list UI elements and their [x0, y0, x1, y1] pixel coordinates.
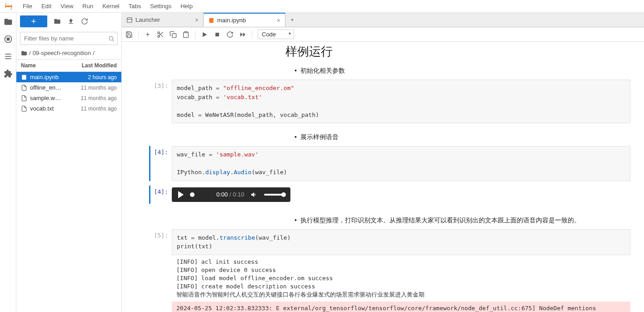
- code-cell[interactable]: txt = model.transcribe(wav_file) print(t…: [172, 229, 630, 255]
- notebook-toolbar: + Code: [122, 27, 644, 42]
- save-icon[interactable]: [125, 31, 133, 38]
- file-name: vocab.txt: [30, 105, 54, 112]
- svg-point-14: [158, 35, 160, 37]
- cell-output-error: 2024-05-25 12:02:33.832333: E external/o…: [172, 302, 630, 312]
- menu-view[interactable]: View: [56, 1, 78, 11]
- restart-run-all-icon[interactable]: [239, 31, 246, 38]
- menu-file[interactable]: File: [18, 1, 37, 11]
- prompt: [3]:: [149, 80, 172, 123]
- svg-point-7: [109, 36, 113, 40]
- svg-line-8: [113, 40, 114, 41]
- col-modified[interactable]: Last Modified: [82, 62, 117, 69]
- file-name: sample.w…: [30, 95, 61, 101]
- tab-launcher[interactable]: Launcher×: [122, 13, 204, 27]
- code-cell[interactable]: model_path = "offline_encoder.om" vocab_…: [172, 80, 630, 123]
- celltype-select[interactable]: Code: [258, 30, 294, 39]
- filter-input[interactable]: [23, 33, 108, 44]
- notebook-scroll[interactable]: 样例运行 初始化相关参数 [3]: model_path = "offline_…: [122, 42, 644, 312]
- svg-point-1: [11, 8, 12, 10]
- upload-icon[interactable]: [67, 18, 75, 25]
- restart-icon[interactable]: [226, 31, 234, 38]
- jupyter-logo: [4, 1, 14, 11]
- svg-line-17: [159, 33, 160, 35]
- file-modified: 2 hours ago: [88, 74, 117, 81]
- tab-main-ipynb[interactable]: main.ipynb×: [204, 13, 285, 27]
- prompt: [4]:: [149, 146, 172, 181]
- file-modified: 11 months ago: [81, 106, 117, 112]
- cell-output: [INFO] acl init success [INFO] open devi…: [172, 255, 630, 302]
- filter-box: [20, 32, 118, 45]
- prompt: [5]:: [149, 229, 172, 312]
- markdown-bullet: 执行模型推理，打印识别文本。从推理结果大家可以看到识别出的文本跟上面的语音内容是…: [295, 216, 630, 225]
- markdown-bullet: 展示样例语音: [295, 133, 630, 141]
- menu-tabs[interactable]: Tabs: [124, 1, 145, 11]
- breadcrumb[interactable]: / 09-speech-recognition /: [16, 47, 121, 59]
- toc-icon[interactable]: [4, 52, 13, 61]
- file-row[interactable]: offline_en…11 months ago: [16, 82, 121, 93]
- svg-marker-23: [243, 32, 245, 36]
- file-browser: + / 09-speech-recognition / Name Last Mo…: [16, 13, 122, 312]
- play-icon[interactable]: [178, 191, 184, 198]
- svg-line-16: [161, 35, 163, 37]
- file-row[interactable]: sample.w…11 months ago: [16, 93, 121, 103]
- svg-rect-12: [209, 18, 213, 23]
- insert-cell-icon[interactable]: +: [144, 31, 151, 38]
- menu-kernel[interactable]: Kernel: [98, 1, 124, 11]
- new-folder-icon[interactable]: [54, 18, 61, 25]
- tab-title: Launcher: [135, 16, 160, 23]
- paste-icon[interactable]: [182, 31, 190, 38]
- close-icon[interactable]: ×: [277, 17, 280, 24]
- svg-marker-20: [203, 32, 207, 37]
- audio-current-time: 0:00: [216, 191, 228, 198]
- cut-icon[interactable]: [157, 31, 164, 38]
- seek-thumb[interactable]: [190, 192, 195, 197]
- file-row[interactable]: vocab.txt11 months ago: [16, 103, 121, 114]
- volume-slider[interactable]: [264, 194, 284, 196]
- extensions-icon[interactable]: [4, 69, 13, 78]
- run-icon[interactable]: [201, 31, 208, 38]
- tab-title: main.ipynb: [217, 17, 246, 24]
- menubar: FileEditViewRunKernelTabsSettingsHelp: [0, 0, 644, 13]
- breadcrumb-folder[interactable]: 09-speech-recognition: [33, 50, 91, 56]
- audio-player[interactable]: 0:00 / 0:10: [172, 187, 290, 202]
- file-modified: 11 months ago: [81, 95, 117, 101]
- tab-bar: Launcher×main.ipynb× +: [122, 13, 644, 27]
- file-modified: 11 months ago: [81, 85, 117, 91]
- svg-rect-10: [127, 17, 132, 22]
- file-row[interactable]: main.ipynb2 hours ago: [16, 72, 121, 82]
- menu-help[interactable]: Help: [176, 1, 197, 11]
- heading: 样例运行: [285, 44, 630, 60]
- menu-edit[interactable]: Edit: [37, 1, 56, 11]
- search-icon: [108, 35, 115, 42]
- col-name[interactable]: Name: [21, 62, 36, 69]
- markdown-bullet: 初始化相关参数: [295, 67, 630, 75]
- add-tab-button[interactable]: +: [285, 16, 299, 23]
- close-icon[interactable]: ×: [195, 16, 199, 24]
- volume-icon[interactable]: [250, 191, 258, 198]
- file-name: offline_en…: [30, 84, 61, 91]
- copy-icon[interactable]: [170, 31, 177, 38]
- new-launcher-button[interactable]: +: [20, 15, 47, 27]
- folder-icon[interactable]: [4, 17, 13, 26]
- svg-marker-22: [240, 32, 243, 36]
- refresh-icon[interactable]: [81, 18, 88, 25]
- menu-settings[interactable]: Settings: [145, 1, 176, 11]
- file-list: main.ipynb2 hours agooffline_en…11 month…: [16, 72, 121, 312]
- activity-bar: [0, 13, 16, 312]
- svg-rect-9: [22, 75, 26, 80]
- audio-duration: 0:10: [233, 191, 244, 198]
- stop-icon[interactable]: [214, 31, 221, 38]
- svg-rect-3: [7, 38, 9, 40]
- svg-rect-18: [172, 34, 176, 38]
- svg-rect-19: [185, 31, 187, 33]
- code-cell[interactable]: wav_file = 'sample.wav' IPython.display.…: [172, 146, 630, 181]
- prompt: [4]:: [149, 186, 172, 204]
- file-name: main.ipynb: [30, 74, 59, 81]
- folder-icon: [21, 50, 27, 56]
- menu-run[interactable]: Run: [78, 1, 98, 11]
- svg-point-0: [5, 3, 6, 4]
- running-icon[interactable]: [4, 35, 13, 44]
- svg-point-13: [158, 32, 160, 34]
- svg-rect-21: [215, 33, 219, 36]
